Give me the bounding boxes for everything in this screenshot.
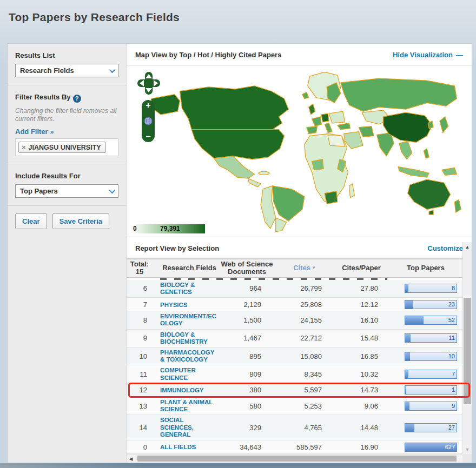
remove-filter-icon[interactable]: × <box>22 143 26 151</box>
filter-note: Changing the filter field removes all cu… <box>15 107 118 123</box>
top-papers-value: 27 <box>448 424 455 431</box>
research-field-link[interactable]: ALL FIELDS <box>160 444 196 451</box>
hscroll-track[interactable] <box>135 454 463 463</box>
total-header: Total: 15 <box>127 260 153 276</box>
include-results-dropdown[interactable]: Top Papers <box>15 184 118 198</box>
research-field-link[interactable]: PHARMACOLOGY & TOXICOLOGY <box>160 349 219 363</box>
zoom-in-icon[interactable]: + <box>146 102 150 109</box>
top-papers-bar: 9 <box>405 402 457 411</box>
table-row: 8 ENVIRONMENT/ECOLOGY 1,500 24,155 16.10… <box>127 311 462 329</box>
research-field-link[interactable]: BIOLOGY & GENETICS <box>160 282 219 296</box>
rank-cell: 9 <box>127 334 153 342</box>
research-field-link[interactable]: BIOLOGY & BIOCHEMISTRY <box>160 331 219 345</box>
bar-fill <box>405 352 410 360</box>
top-papers-bar: 11 <box>405 333 457 343</box>
map-pan-control[interactable] <box>136 71 161 96</box>
legend-gradient-bar: 0 79,391 <box>132 224 205 233</box>
cites-cell: 5,253 <box>275 402 334 410</box>
hide-visualization-link[interactable]: Hide Visualization— <box>393 51 463 59</box>
globe-icon[interactable] <box>144 117 153 125</box>
include-results-value: Top Papers <box>20 187 58 195</box>
filter-chip[interactable]: × JIANGSU UNIVERSITY <box>18 142 106 153</box>
top-papers-value: 627 <box>445 444 455 450</box>
top-papers-bar: 7 <box>405 370 457 379</box>
top-papers-bar: 23 <box>405 300 457 309</box>
top-papers-value: 1 <box>452 386 455 393</box>
scroll-up-icon[interactable]: ▲ <box>463 242 472 251</box>
top-papers-value: 23 <box>448 301 455 307</box>
cites-per-paper-cell: 10.32 <box>334 370 389 378</box>
cites-cell: 24,155 <box>275 316 334 324</box>
table-row: 6 BIOLOGY & GENETICS 964 26,799 27.80 8 <box>127 280 462 298</box>
cites-per-paper-header: Cites/Paper <box>334 264 389 272</box>
collapse-icon: — <box>456 51 463 59</box>
help-icon[interactable]: ? <box>73 95 81 103</box>
rank-cell: 6 <box>127 284 153 292</box>
top-papers-value: 8 <box>452 285 455 291</box>
page-header: Top Papers by Research Fields <box>0 0 476 35</box>
zoom-out-icon[interactable]: − <box>146 133 150 141</box>
wos-documents-cell: 964 <box>219 284 275 292</box>
chevron-down-icon <box>109 66 115 72</box>
scroll-left-icon[interactable]: ◀ <box>127 456 135 462</box>
report-table: Total: 15 Research Fields Web of Science… <box>127 259 472 463</box>
cites-per-paper-cell: 16.90 <box>334 443 389 451</box>
top-papers-bar: 52 <box>405 316 457 325</box>
research-field-link[interactable]: PHYSICS <box>160 302 188 309</box>
bottom-bar <box>0 463 476 468</box>
divider <box>8 85 126 85</box>
top-papers-bar: 627 <box>405 443 457 452</box>
map-zoom-control[interactable]: + − <box>142 100 155 142</box>
vscroll-thumb[interactable] <box>464 298 471 404</box>
world-map[interactable]: + − 0 79,391 <box>127 65 472 237</box>
cites-sort-header[interactable]: Cites▼ <box>275 264 334 272</box>
save-criteria-button[interactable]: Save Criteria <box>52 213 110 229</box>
chevron-down-icon <box>109 187 115 193</box>
cites-per-paper-cell: 15.48 <box>334 334 389 342</box>
table-row: 13 PLANT & ANIMAL SCIENCE 580 5,253 9.06… <box>127 397 462 415</box>
bar-fill <box>405 316 424 324</box>
results-list-label: Results List <box>15 51 118 59</box>
wos-documents-cell: 1,467 <box>219 334 275 342</box>
cites-cell: 4,765 <box>275 424 334 432</box>
horizontal-scrollbar[interactable]: ◀ ▶ <box>127 454 472 463</box>
customize-link[interactable]: Customize <box>427 244 463 252</box>
top-papers-bar: 10 <box>405 352 457 361</box>
results-list-value: Research Fields <box>20 66 74 75</box>
map-view-title: Map View by Top / Hot / Highly Cited Pap… <box>135 51 281 59</box>
cites-per-paper-cell: 12.12 <box>334 300 389 309</box>
add-filter-link[interactable]: Add Filter » <box>15 128 54 136</box>
results-list-dropdown[interactable]: Research Fields <box>15 64 118 77</box>
hscroll-thumb[interactable] <box>137 456 457 462</box>
bar-fill <box>405 424 414 432</box>
wos-documents-cell: 895 <box>219 352 275 360</box>
divider <box>8 205 126 206</box>
include-results-label: Include Results For <box>15 172 118 180</box>
research-field-link[interactable]: ENVIRONMENT/ECOLOGY <box>160 313 219 327</box>
wos-documents-cell: 380 <box>219 386 275 394</box>
scroll-down-icon[interactable]: ▼ <box>463 445 472 454</box>
rank-cell: 14 <box>127 424 153 432</box>
top-papers-bar: 1 <box>405 385 457 395</box>
table-row: 0 ALL FIELDS 34,643 585,597 16.90 627 <box>127 440 462 454</box>
research-field-link[interactable]: COMPUTER SCIENCE <box>160 367 219 381</box>
table-row: 7 PHYSICS 2,129 25,808 12.12 23 <box>127 298 462 311</box>
rank-cell: 0 <box>127 443 153 451</box>
content-wrapper: Results List Research Fields Filter Resu… <box>7 43 472 463</box>
research-field-link[interactable]: IMMUNOLOGY <box>160 387 204 394</box>
bar-fill <box>405 402 409 410</box>
vertical-scrollbar[interactable]: ▲ ▼ <box>462 242 472 454</box>
clear-button[interactable]: Clear <box>15 213 47 229</box>
sidebar: Results List Research Fields Filter Resu… <box>8 44 127 463</box>
wos-documents-cell: 2,129 <box>219 300 275 309</box>
vscroll-track[interactable] <box>463 251 472 445</box>
world-map-svg <box>129 66 470 235</box>
top-papers-bar: 8 <box>405 284 457 293</box>
research-fields-header: Research Fields <box>153 264 219 272</box>
research-field-link[interactable]: SOCIAL SCIENCES, GENERAL <box>160 417 219 438</box>
research-field-link[interactable]: PLANT & ANIMAL SCIENCE <box>160 399 219 413</box>
cites-cell: 22,712 <box>275 334 334 342</box>
cites-cell: 5,597 <box>275 386 334 394</box>
filter-chip-box: × JIANGSU UNIVERSITY <box>15 138 118 156</box>
table-body-rows: 6 BIOLOGY & GENETICS 964 26,799 27.80 8 … <box>127 278 462 454</box>
